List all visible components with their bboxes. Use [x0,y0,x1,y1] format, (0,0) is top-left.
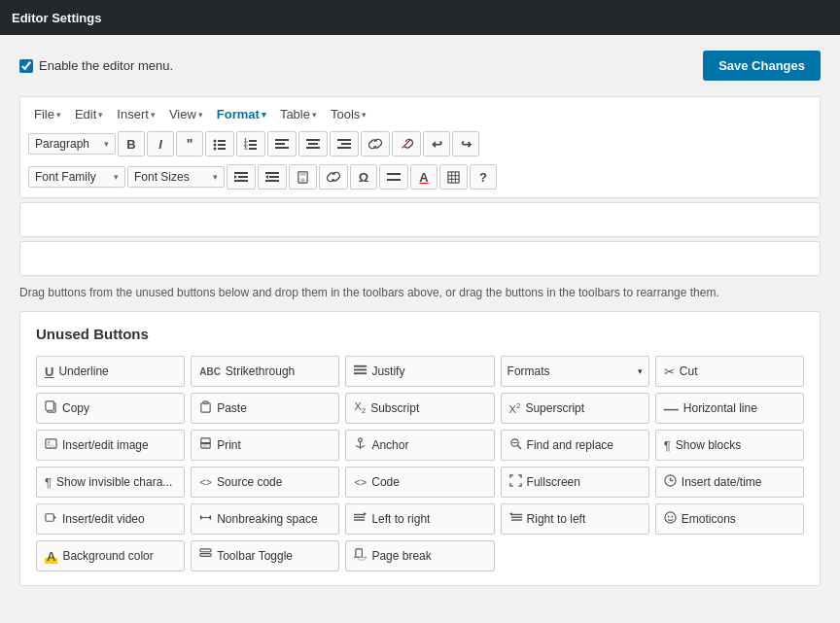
drag-hint: Drag buttons from the unused buttons bel… [19,286,821,299]
link2-button[interactable] [319,164,348,190]
btn-image[interactable]: Insert/edit image [36,430,185,461]
btn-fullscreen[interactable]: Fullscreen [501,467,649,498]
save-button[interactable]: Save Changes [703,51,821,81]
menu-bar: File ▾ Edit ▾ Insert ▾ View ▾ Format ▾ T… [28,103,812,125]
italic-button[interactable]: I [147,131,174,156]
blockquote-button[interactable]: " [176,131,203,156]
svg-rect-3 [218,144,226,146]
btn-pagebreak[interactable]: Page break [345,540,494,571]
enable-label[interactable]: Enable the editor menu. [19,58,173,73]
omega-button[interactable]: Ω [350,164,377,190]
indent-less-button[interactable] [258,164,287,190]
menu-view[interactable]: View ▾ [163,103,209,125]
btn-invisible-chars[interactable]: ¶ Show invisible chara... [36,467,185,498]
btn-find-replace[interactable]: Find and replace [501,430,649,461]
btn-nbsp[interactable]: Nonbreaking space [191,503,339,535]
unlink-button[interactable] [392,131,421,156]
undo-button[interactable]: ↩ [423,131,450,156]
svg-rect-72 [510,519,521,520]
btn-bgcolor[interactable]: A Background color [36,540,185,571]
menu-insert[interactable]: Insert ▾ [111,103,161,125]
svg-rect-16 [308,143,318,145]
print-icon [199,437,212,453]
btn-datetime[interactable]: Insert date/time [655,467,804,498]
svg-rect-27 [269,176,279,178]
bold-button[interactable]: B [118,131,145,156]
enable-checkbox[interactable] [19,59,33,73]
svg-rect-41 [354,369,367,371]
btn-justify[interactable]: Justify [345,356,494,387]
link-button[interactable] [361,131,390,156]
page-wrapper: Editor Settings Enable the editor menu. … [0,0,840,623]
ul-button[interactable] [205,131,234,156]
svg-rect-11 [249,148,257,150]
empty-toolbar-3 [19,202,821,237]
btn-print[interactable]: Print [191,430,339,461]
btn-cut[interactable]: ✂ Cut [655,356,804,387]
btn-superscript[interactable]: X2 Superscript [501,393,649,424]
indent-more-button[interactable] [227,164,256,190]
btn-strikethrough[interactable]: ABC Strikethrough [191,356,339,387]
svg-rect-20 [337,147,351,149]
ol-button[interactable]: 1.2.3. [236,131,265,156]
toolbar-row-1: Paragraph ▾ B I " 1.2.3. [28,129,812,158]
svg-marker-64 [200,515,203,521]
formats-arrow-icon: ▾ [638,366,643,376]
svg-rect-77 [200,549,211,552]
menu-tools[interactable]: Tools ▾ [325,103,372,125]
hr2-button[interactable] [379,164,408,190]
menu-edit[interactable]: Edit ▾ [69,103,109,125]
svg-marker-69 [365,512,368,516]
svg-rect-26 [265,172,279,174]
justify-icon [354,363,367,379]
superscript-icon: X2 [509,401,521,415]
btn-ltr[interactable]: Left to right [345,503,494,535]
btn-video[interactable]: Insert/edit video [36,503,185,535]
font-family-select[interactable]: Font Family ▾ [28,166,125,188]
paste-icon [199,400,212,416]
svg-text:3.: 3. [244,145,249,151]
svg-rect-66 [354,514,365,515]
btn-subscript[interactable]: X2 Subscript [345,393,494,424]
empty-toolbar-4 [19,241,821,276]
redo-button[interactable]: ↪ [452,131,479,156]
btn-code[interactable]: <> Code [345,467,494,498]
font-size-select[interactable]: Font Sizes ▾ [127,166,225,188]
toolbar-toggle-icon [199,548,212,564]
main-content: Enable the editor menu. Save Changes Fil… [0,35,840,602]
align-right-button[interactable] [330,131,359,156]
btn-anchor[interactable]: Anchor [345,430,494,461]
btn-emoticons[interactable]: Emoticons [655,503,804,535]
menu-table[interactable]: Table ▾ [274,103,323,125]
btn-source-code[interactable]: <> Source code [191,467,339,498]
svg-point-0 [214,140,217,143]
formats-label: Formats [508,364,633,378]
svg-rect-12 [275,139,289,141]
save-icon-button[interactable] [289,164,317,190]
svg-rect-78 [200,554,211,557]
menu-format[interactable]: Format ▾ [211,103,272,125]
svg-rect-23 [238,176,248,178]
align-center-button[interactable] [298,131,328,156]
table-button[interactable] [439,164,468,190]
align-left-button[interactable] [267,131,297,156]
svg-rect-71 [510,517,521,518]
video-icon [45,511,57,527]
svg-point-75 [668,516,670,518]
btn-formats[interactable]: Formats ▾ [501,356,649,387]
svg-rect-31 [300,171,306,175]
btn-paste[interactable]: Paste [191,393,339,424]
btn-hr[interactable]: — Horizontal line [655,393,804,424]
btn-rtl[interactable]: Right to left [501,503,649,535]
btn-show-blocks[interactable]: ¶ Show blocks [655,430,804,461]
paragraph-select[interactable]: Paragraph ▾ [28,133,116,155]
svg-rect-15 [306,139,320,141]
btn-copy[interactable]: Copy [36,393,185,424]
menu-file[interactable]: File ▾ [28,103,67,125]
font-color-button[interactable]: A [410,164,438,190]
help-button[interactable]: ? [470,164,497,190]
btn-underline[interactable]: U Underline [36,356,185,387]
cut-icon: ✂ [664,364,675,379]
btn-toolbar-toggle[interactable]: Toolbar Toggle [191,540,339,571]
subscript-icon: X2 [354,400,366,415]
